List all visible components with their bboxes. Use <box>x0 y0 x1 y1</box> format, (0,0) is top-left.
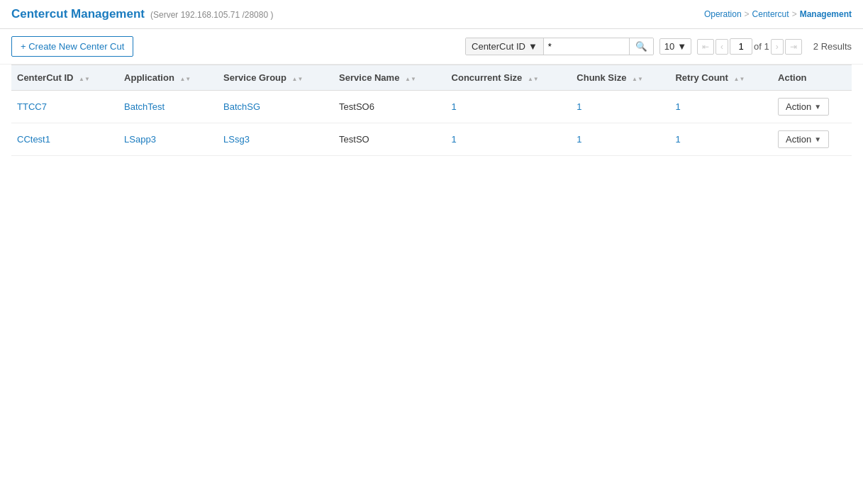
cell-application[interactable]: BatchTest <box>118 91 218 123</box>
prev-page-button[interactable]: ‹ <box>716 39 728 55</box>
sort-icon-centercut-id[interactable]: ▲▼ <box>79 77 90 82</box>
page-size-value: 10 <box>664 41 674 52</box>
cell-centercut-id[interactable]: CCtest1 <box>11 123 118 156</box>
sort-icon-retry-count[interactable]: ▲▼ <box>733 77 745 82</box>
action-button-label: Action <box>786 101 811 112</box>
sort-icon-concurrent-size[interactable]: ▲▼ <box>528 77 539 82</box>
current-page-input[interactable] <box>730 38 752 55</box>
cell-retry-count: 1 <box>669 123 772 156</box>
create-new-centercut-button[interactable]: + Create New Center Cut <box>11 36 133 57</box>
server-info: (Server 192.168.105.71 /28080 ) <box>150 10 273 20</box>
table-container: CenterCut ID ▲▼ Application ▲▼ Service G… <box>0 65 863 156</box>
cell-application[interactable]: LSapp3 <box>118 123 218 156</box>
cell-service-group[interactable]: BatchSG <box>218 91 333 123</box>
table-header: CenterCut ID ▲▼ Application ▲▼ Service G… <box>11 65 852 91</box>
first-page-button[interactable]: ⇤ <box>697 39 714 55</box>
page-title: Centercut Management <box>11 7 145 21</box>
cell-centercut-id[interactable]: TTCC7 <box>11 91 118 123</box>
last-page-button[interactable]: ⇥ <box>785 39 802 55</box>
cell-chunk-size: 1 <box>571 91 669 123</box>
search-filter-label: CenterCut ID <box>472 41 525 52</box>
col-action: Action <box>772 65 852 91</box>
table-row: CCtest1 LSapp3 LSsg3 TestSO 1 1 1 Action… <box>11 123 852 156</box>
cell-concurrent-size: 1 <box>446 123 572 156</box>
action-dropdown-icon: ▼ <box>814 103 821 111</box>
cell-action: Action ▼ <box>772 91 852 123</box>
cell-retry-count: 1 <box>669 91 772 123</box>
breadcrumb-current: Management <box>800 9 852 19</box>
sort-icon-chunk-size[interactable]: ▲▼ <box>632 77 643 82</box>
page-header: Centercut Management (Server 192.168.105… <box>0 0 863 29</box>
centercut-table: CenterCut ID ▲▼ Application ▲▼ Service G… <box>11 65 852 156</box>
results-count: 2 Results <box>813 41 852 52</box>
page-of-label: of 1 <box>754 41 769 52</box>
col-retry-count: Retry Count ▲▼ <box>669 65 772 91</box>
col-service-name: Service Name ▲▼ <box>333 65 445 91</box>
table-body: TTCC7 BatchTest BatchSG TestSO6 1 1 1 Ac… <box>11 91 852 156</box>
cell-chunk-size: 1 <box>571 123 669 156</box>
page-size-select[interactable]: 10 ▼ <box>659 38 691 55</box>
breadcrumb-operation[interactable]: Operation <box>704 9 742 19</box>
cell-service-name: TestSO <box>333 123 445 156</box>
col-service-group: Service Group ▲▼ <box>218 65 333 91</box>
search-button[interactable]: 🔍 <box>629 38 653 55</box>
sort-icon-service-group[interactable]: ▲▼ <box>292 77 304 82</box>
sort-icon-application[interactable]: ▲▼ <box>179 77 191 82</box>
action-button-label: Action <box>786 134 811 145</box>
breadcrumb: Operation > Centercut > Management <box>704 9 852 19</box>
col-concurrent-size: Concurrent Size ▲▼ <box>446 65 572 91</box>
action-dropdown-icon: ▼ <box>814 135 821 143</box>
toolbar-right: CenterCut ID ▼ 🔍 10 ▼ ⇤ ‹ of 1 › ⇥ 2 Res… <box>465 38 852 55</box>
action-button[interactable]: Action ▼ <box>778 130 829 148</box>
col-centercut-id: CenterCut ID ▲▼ <box>11 65 118 91</box>
cell-service-name: TestSO6 <box>333 91 445 123</box>
toolbar: + Create New Center Cut CenterCut ID ▼ 🔍… <box>0 29 863 65</box>
search-group: CenterCut ID ▼ 🔍 <box>465 38 654 55</box>
cell-action: Action ▼ <box>772 123 852 156</box>
pagination: ⇤ ‹ of 1 › ⇥ <box>697 38 802 55</box>
table-row: TTCC7 BatchTest BatchSG TestSO6 1 1 1 Ac… <box>11 91 852 123</box>
search-filter-select[interactable]: CenterCut ID ▼ <box>466 38 544 55</box>
search-input[interactable] <box>544 38 629 55</box>
sort-icon-service-name[interactable]: ▲▼ <box>405 77 416 82</box>
col-chunk-size: Chunk Size ▲▼ <box>571 65 669 91</box>
page-size-dropdown-icon: ▼ <box>677 41 686 52</box>
cell-concurrent-size: 1 <box>446 91 572 123</box>
col-application: Application ▲▼ <box>118 65 218 91</box>
search-filter-dropdown-icon: ▼ <box>528 41 538 52</box>
action-button[interactable]: Action ▼ <box>778 98 829 116</box>
header-left: Centercut Management (Server 192.168.105… <box>11 7 273 21</box>
breadcrumb-centercut[interactable]: Centercut <box>752 9 789 19</box>
next-page-button[interactable]: › <box>771 39 784 55</box>
cell-service-group[interactable]: LSsg3 <box>218 123 333 156</box>
